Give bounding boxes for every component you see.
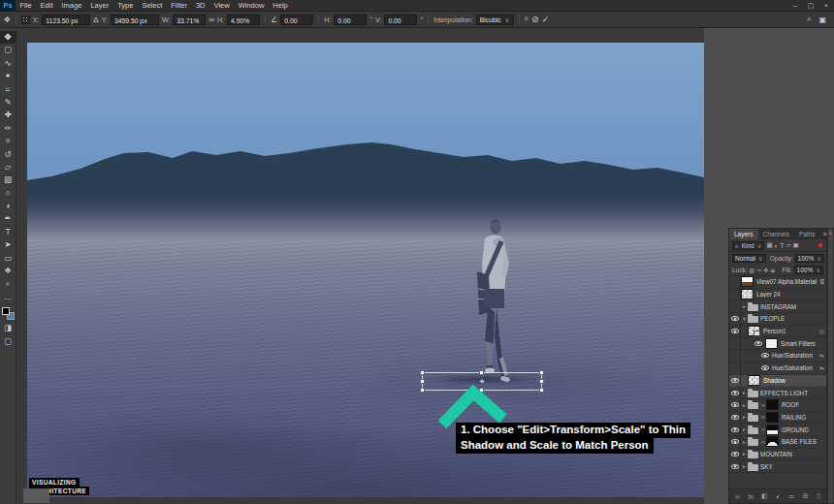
layer-option-icon[interactable]: ◎	[819, 328, 824, 334]
minimize-button[interactable]: –	[787, 0, 803, 12]
v-skew-field[interactable]: 0.00	[384, 15, 417, 25]
layer-row-hue-saturation[interactable]: Hue/Saturation⇆	[729, 362, 826, 375]
visibility-toggle[interactable]	[729, 375, 741, 387]
height-field[interactable]: 4.90%	[227, 15, 260, 25]
visibility-toggle[interactable]	[729, 326, 741, 337]
dodge-tool[interactable]: ◖	[0, 200, 16, 212]
filter-smart-object-icon[interactable]: ▣	[793, 241, 799, 249]
layer-row-railing[interactable]: ▸∞RAILING	[729, 412, 826, 425]
layer-row-layer-24[interactable]: Layer 24	[729, 289, 826, 301]
screen-mode-icon[interactable]: ▢	[0, 335, 16, 348]
caret-right-icon[interactable]: ▸	[741, 463, 748, 469]
close-button[interactable]: ×	[818, 0, 834, 12]
warp-mode-icon[interactable]: ⌗	[525, 15, 529, 24]
visibility-toggle[interactable]	[729, 362, 741, 374]
layer-row-instagram[interactable]: ▸INSTAGRAM	[729, 300, 826, 313]
healing-brush-tool[interactable]: ✚	[0, 109, 16, 121]
brush-tool[interactable]: ✑	[0, 122, 16, 135]
menu-image[interactable]: Image	[57, 0, 86, 12]
caret-down-icon[interactable]: ▾	[741, 316, 748, 322]
caret-right-icon[interactable]: ▸	[741, 426, 748, 432]
color-swatches[interactable]	[2, 307, 15, 320]
layer-option-icon[interactable]: ⇆	[819, 352, 824, 359]
eraser-tool[interactable]: ▱	[0, 161, 16, 173]
blur-tool[interactable]: ○	[0, 187, 16, 200]
transform-handle-ne[interactable]	[539, 370, 544, 375]
clone-stamp-tool[interactable]: ⍟	[0, 135, 16, 147]
layer-row-roof[interactable]: ▸∞ROOF	[729, 399, 826, 412]
layer-row-view07-alpha-material-id[interactable]: View07 Alpha.Material_ID	[729, 276, 826, 289]
visibility-toggle[interactable]	[729, 412, 741, 424]
new-layer-icon[interactable]: ⊞	[803, 492, 809, 500]
new-group-icon[interactable]: ▭	[788, 492, 795, 500]
width-field[interactable]: 33.71%	[173, 15, 206, 25]
crop-tool[interactable]: ⌗	[0, 83, 16, 96]
menu-type[interactable]: Type	[113, 0, 138, 12]
visibility-toggle[interactable]	[729, 424, 741, 435]
panel-menu-icon[interactable]: ≡	[820, 229, 830, 239]
shape-tool[interactable]: ▭	[0, 252, 16, 265]
menu-help[interactable]: Help	[269, 0, 292, 12]
visibility-toggle[interactable]	[729, 387, 741, 398]
menu-select[interactable]: Select	[138, 0, 167, 12]
menu-layer[interactable]: Layer	[86, 0, 113, 12]
eyedropper-tool[interactable]: ✎	[0, 96, 16, 109]
eye-icon[interactable]	[754, 341, 762, 346]
transform-handle-w[interactable]	[420, 379, 425, 384]
layer-row-effects-light[interactable]: ▸EFFECTS LIGHT	[729, 387, 826, 399]
visibility-toggle[interactable]	[729, 436, 741, 448]
layer-row-sky[interactable]: ▸SKY	[729, 460, 826, 473]
maintain-aspect-icon[interactable]: ∞	[208, 16, 214, 24]
lasso-tool[interactable]: ∿	[0, 57, 16, 70]
type-tool[interactable]: T	[0, 226, 16, 238]
history-brush-tool[interactable]: ↺	[0, 148, 16, 161]
caret-right-icon[interactable]: ▸	[741, 390, 748, 395]
status-zoom-box[interactable]	[23, 488, 49, 503]
caret-right-icon[interactable]: ▸	[741, 303, 748, 309]
document-canvas[interactable]: ⌖ 1. Choose "Edit>Transform>Scale" to Th…	[27, 43, 704, 497]
filter-pixel-icon[interactable]: ▦	[766, 241, 772, 249]
layer-row-people[interactable]: ▾PEOPLE	[729, 313, 826, 326]
delete-layer-icon[interactable]: ▯	[817, 492, 820, 500]
tab-channels[interactable]: Channels	[758, 229, 794, 239]
menu-filter[interactable]: Filter	[167, 0, 192, 12]
kind-filter-dropdown[interactable]: ⌕ Kind ∨	[732, 241, 764, 250]
move-tool[interactable]: ✥	[0, 31, 16, 44]
foreground-color-swatch[interactable]	[2, 307, 10, 315]
caret-right-icon[interactable]: ▸	[741, 439, 748, 445]
visibility-toggle[interactable]	[729, 449, 741, 460]
cancel-transform-icon[interactable]: ⊘	[531, 15, 539, 24]
layer-row-mountain[interactable]: ▸MOUNTAIN	[729, 449, 826, 461]
add-mask-icon[interactable]: ◧	[761, 492, 768, 500]
zoom-tool[interactable]: ⌕	[0, 277, 16, 290]
lock-transparency-icon[interactable]: ▨	[750, 267, 755, 273]
visibility-toggle[interactable]	[729, 399, 741, 411]
visibility-toggle[interactable]	[729, 337, 741, 349]
h-skew-field[interactable]: 0.00	[334, 15, 367, 25]
visibility-toggle[interactable]	[729, 460, 741, 472]
transform-handle-n[interactable]	[479, 370, 484, 375]
eye-icon[interactable]	[761, 365, 769, 370]
tab-layers[interactable]: Layers	[729, 229, 758, 239]
layer-row-smart-filters[interactable]: Smart Filters	[729, 337, 826, 350]
y-position-field[interactable]: 3459.50 px	[111, 15, 159, 25]
caret-right-icon[interactable]: ▸	[741, 414, 748, 420]
opacity-dropdown[interactable]: 100% ∨	[795, 254, 824, 263]
menu-view[interactable]: View	[209, 0, 234, 12]
more-tools[interactable]: …	[0, 291, 16, 303]
layer-option-icon[interactable]: ⇆	[819, 364, 824, 371]
restore-button[interactable]: ▢	[803, 0, 818, 12]
fill-dropdown[interactable]: 100% ∨	[794, 266, 823, 274]
filter-adjustment-icon[interactable]: ◐	[775, 242, 779, 249]
visibility-toggle[interactable]	[729, 300, 741, 312]
visibility-toggle[interactable]	[729, 350, 741, 362]
menu-3d[interactable]: 3D	[191, 0, 209, 12]
layer-style-icon[interactable]: fx	[748, 493, 753, 500]
tab-paths[interactable]: Paths	[794, 229, 820, 239]
path-selection-tool[interactable]: ➤	[0, 238, 16, 251]
relative-position-icon[interactable]: Δ	[93, 16, 98, 24]
search-icon[interactable]: ⌕	[807, 15, 811, 24]
pen-tool[interactable]: ✒	[0, 212, 16, 225]
lock-position-icon[interactable]: ✥	[763, 267, 768, 273]
hand-tool[interactable]: ❖	[0, 265, 16, 277]
